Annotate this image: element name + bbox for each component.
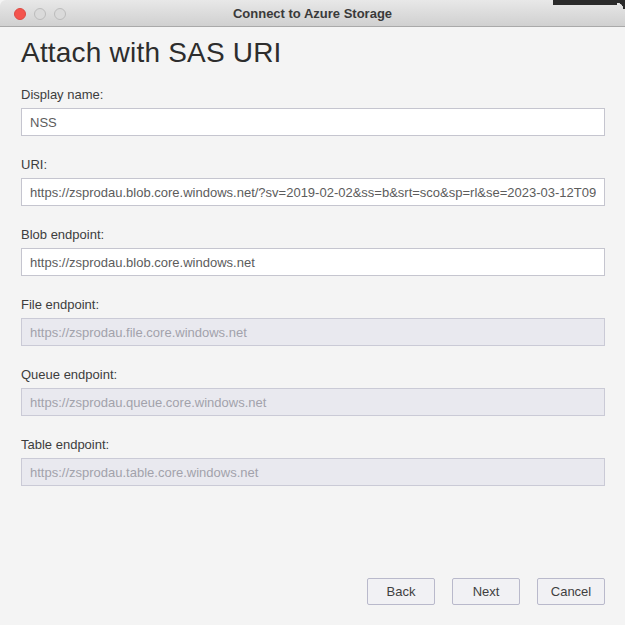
traffic-lights xyxy=(14,0,66,27)
uri-group: URI: xyxy=(21,158,605,206)
blob-endpoint-label: Blob endpoint: xyxy=(21,228,605,241)
cancel-button[interactable]: Cancel xyxy=(537,578,605,605)
file-endpoint-group: File endpoint: xyxy=(21,298,605,346)
minimize-button xyxy=(34,8,46,20)
table-endpoint-label: Table endpoint: xyxy=(21,438,605,451)
display-name-group: Display name: xyxy=(21,88,605,136)
uri-label: URI: xyxy=(21,158,605,171)
titlebar[interactable]: Connect to Azure Storage xyxy=(0,0,625,27)
blob-endpoint-input[interactable] xyxy=(21,248,605,276)
dialog-content: Attach with SAS URI Display name: URI: B… xyxy=(0,27,625,625)
close-button[interactable] xyxy=(14,8,26,20)
background-app-corner xyxy=(617,0,625,9)
queue-endpoint-label: Queue endpoint: xyxy=(21,368,605,381)
page-title: Attach with SAS URI xyxy=(21,38,605,68)
queue-endpoint-input xyxy=(21,388,605,416)
back-button[interactable]: Back xyxy=(367,578,435,605)
display-name-label: Display name: xyxy=(21,88,605,101)
file-endpoint-label: File endpoint: xyxy=(21,298,605,311)
table-endpoint-group: Table endpoint: xyxy=(21,438,605,486)
next-button[interactable]: Next xyxy=(452,578,520,605)
zoom-button xyxy=(54,8,66,20)
background-app-strip xyxy=(553,0,617,5)
queue-endpoint-group: Queue endpoint: xyxy=(21,368,605,416)
file-endpoint-input xyxy=(21,318,605,346)
dialog-window: Connect to Azure Storage Attach with SAS… xyxy=(0,0,625,625)
uri-input[interactable] xyxy=(21,178,605,206)
window-title: Connect to Azure Storage xyxy=(0,6,625,21)
display-name-input[interactable] xyxy=(21,108,605,136)
table-endpoint-input xyxy=(21,458,605,486)
blob-endpoint-group: Blob endpoint: xyxy=(21,228,605,276)
dialog-button-row: Back Next Cancel xyxy=(367,578,605,605)
